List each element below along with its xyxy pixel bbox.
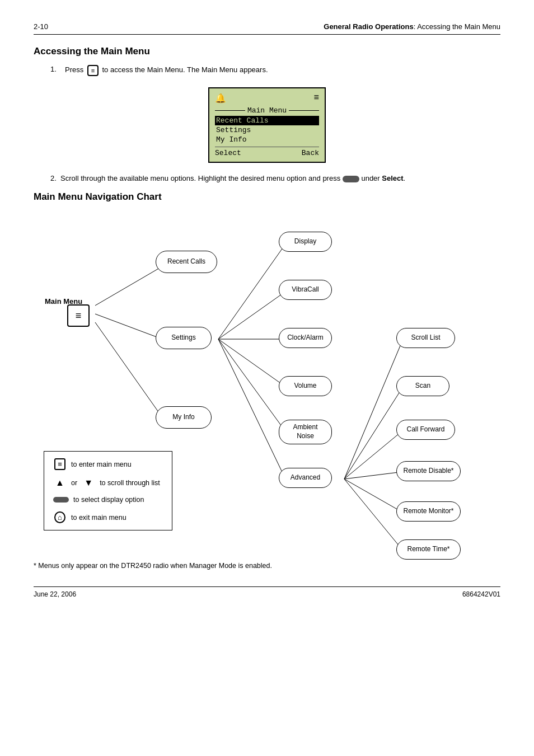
lcd-screen: 🔔 ≡ Main Menu Recent Calls Settings My I… [208, 87, 326, 163]
legend-pill-icon [53, 497, 69, 503]
lcd-top-icons: 🔔 ≡ [215, 93, 319, 104]
node-vibracall: VibraCall [279, 280, 332, 300]
legend-exit-text: to exit main menu [71, 514, 127, 522]
svg-line-12 [344, 472, 403, 479]
node-volume: Volume [279, 376, 332, 396]
select-button-icon [343, 176, 359, 182]
lcd-title-line-right [289, 110, 319, 111]
page-title: General Radio Operations: Accessing the … [324, 22, 500, 31]
lcd-row-recent-calls: Recent Calls [215, 116, 319, 125]
legend-item-exit: ⌂ to exit main menu [53, 511, 163, 523]
lcd-bell-icon: 🔔 [215, 93, 226, 104]
lcd-bottom-bar: Select Back [215, 147, 319, 157]
svg-line-2 [95, 322, 162, 417]
lcd-title-text: Main Menu [245, 106, 289, 115]
page: 2-10 General Radio Operations: Accessing… [0, 0, 534, 756]
node-recent-calls: Recent Calls [156, 251, 217, 273]
lcd-menu-icon: ≡ [313, 93, 319, 104]
step1-content: Press ≡ to access the Main Menu. The Mai… [65, 65, 268, 76]
node-ambient-noise: Ambient Noise [279, 420, 332, 444]
footnote: * Menus only appear on the DTR2450 radio… [34, 562, 500, 570]
legend-down-icon: ▼ [82, 478, 95, 488]
node-clock-alarm: Clock/Alarm [279, 328, 332, 348]
svg-line-14 [344, 479, 403, 551]
step2: 2. Scroll through the available menu opt… [50, 174, 500, 182]
svg-line-9 [344, 339, 403, 479]
node-my-info: My Info [156, 406, 212, 429]
step1: 1. Press ≡ to access the Main Menu. The … [50, 65, 500, 76]
svg-line-11 [344, 430, 403, 479]
main-menu-icon-box: ≡ [67, 304, 90, 327]
node-scan: Scan [396, 376, 449, 396]
legend-scroll-text: to scroll through list [100, 479, 160, 487]
svg-line-1 [95, 314, 162, 339]
legend-item-enter: ≡ to enter main menu [53, 458, 163, 470]
svg-line-8 [218, 339, 285, 479]
lcd-back-label: Back [302, 149, 319, 157]
footer-doc-number: 6864242V01 [462, 590, 500, 598]
svg-line-3 [218, 244, 285, 339]
legend-enter-text: to enter main menu [71, 461, 132, 468]
svg-line-0 [95, 266, 162, 306]
node-display: Display [279, 232, 332, 252]
svg-line-7 [218, 339, 285, 431]
node-remote-monitor: Remote Monitor* [396, 501, 461, 522]
section2-title: Main Menu Navigation Chart [34, 191, 500, 203]
page-number: 2-10 [34, 22, 48, 31]
lcd-title-line-left [215, 110, 245, 111]
node-settings: Settings [156, 327, 212, 349]
legend-item-select: to select display option [53, 496, 163, 504]
page-footer: June 22, 2006 6864242V01 [34, 586, 500, 598]
node-call-forward: Call Forward [396, 420, 455, 440]
legend-exit-icon: ⌂ [53, 511, 67, 523]
footer-date: June 22, 2006 [34, 590, 76, 598]
node-remote-disable: Remote Disable* [396, 461, 461, 481]
lcd-row-my-info: My Info [215, 135, 319, 144]
legend-box: ≡ to enter main menu ▲ or ▼ to scroll th… [44, 451, 172, 530]
node-scroll-list: Scroll List [396, 328, 455, 348]
menu-button-icon: ≡ [87, 65, 99, 76]
page-header: 2-10 General Radio Operations: Accessing… [34, 22, 500, 35]
section1-title: Accessing the Main Menu [34, 46, 500, 57]
legend-item-scroll: ▲ or ▼ to scroll through list [53, 478, 163, 488]
lcd-title-bar: Main Menu [215, 106, 319, 115]
node-advanced: Advanced [279, 468, 332, 488]
legend-menu-icon: ≡ [53, 458, 67, 470]
svg-line-10 [344, 387, 403, 479]
lcd-select-label: Select [215, 149, 241, 157]
legend-select-text: to select display option [73, 496, 144, 504]
legend-or-text: or [71, 479, 77, 487]
legend-up-icon: ▲ [53, 478, 67, 488]
svg-line-4 [218, 292, 285, 339]
node-remote-time: Remote Time* [396, 539, 461, 560]
svg-line-6 [218, 339, 285, 387]
svg-line-13 [344, 479, 403, 513]
step1-number: 1. [50, 65, 62, 73]
lcd-row-settings: Settings [215, 125, 319, 135]
nav-chart: Main Menu ≡ Recent Calls Settings My Inf… [34, 210, 500, 557]
